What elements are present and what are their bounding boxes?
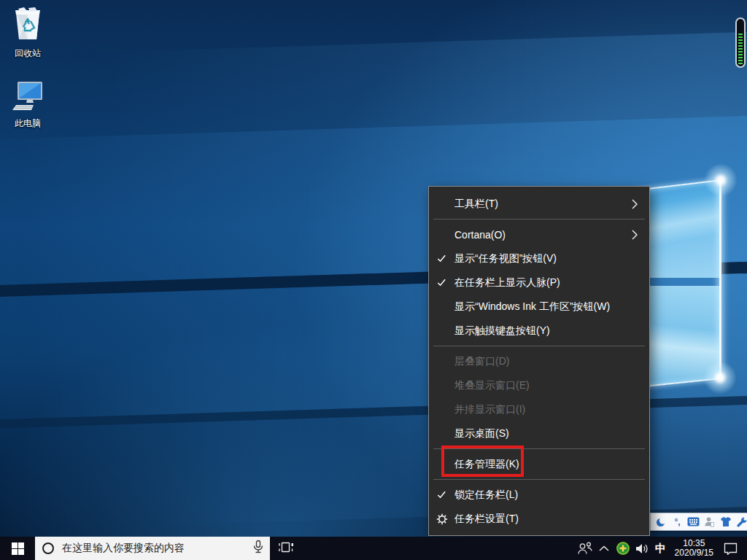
system-tray: 中 10:35 2020/9/15 — [576, 537, 747, 560]
menu-item-show-windows-stacked: 堆叠显示窗口(E) — [429, 373, 649, 397]
menu-item-show-touch-keyboard[interactable]: 显示触摸键盘按钮(Y) — [429, 319, 649, 343]
recycle-bin-icon — [12, 7, 43, 44]
checkmark-icon — [429, 277, 454, 288]
microphone-icon[interactable] — [252, 540, 264, 557]
checkmark-icon — [429, 253, 454, 264]
ime-toolbar[interactable]: °, — [650, 513, 747, 531]
menu-item-cascade-windows: 层叠窗口(D) — [429, 349, 649, 373]
ime-tools-icon[interactable] — [735, 516, 747, 528]
ime-account-icon[interactable] — [703, 516, 716, 528]
menu-item-show-windows-side-by-side: 并排显示窗口(I) — [429, 397, 649, 421]
taskbar: 在这里输入你要搜索的内容 — [0, 537, 747, 560]
menu-item-show-task-view-button[interactable]: 显示“任务视图”按钮(V) — [429, 246, 649, 271]
task-manager-highlight-box — [441, 446, 524, 477]
action-center-button[interactable] — [718, 537, 743, 560]
volume-indicator — [735, 18, 746, 68]
taskbar-context-menu: 工具栏(T) Cortana(O) 显示“任务视图”按钮(V) 在任务栏上 — [428, 186, 650, 536]
clock-date: 2020/9/15 — [675, 548, 713, 558]
taskbar-clock[interactable]: 10:35 2020/9/15 — [670, 539, 718, 558]
windows-logo-icon — [12, 542, 24, 555]
gear-icon — [429, 513, 454, 525]
desktop-icon-this-pc[interactable]: 此电脑 — [0, 79, 55, 130]
search-placeholder: 在这里输入你要搜索的内容 — [62, 542, 252, 555]
cortana-icon — [42, 542, 54, 554]
desktop: 回收站 此电脑 — [0, 0, 747, 560]
antivirus-tray-icon[interactable] — [614, 537, 632, 560]
submenu-arrow-icon — [632, 199, 649, 209]
menu-separator — [433, 479, 645, 480]
people-button[interactable] — [576, 537, 595, 560]
task-view-button[interactable] — [270, 537, 302, 560]
volume-button[interactable] — [632, 537, 651, 560]
ime-skin-icon[interactable] — [719, 516, 732, 528]
menu-item-show-desktop[interactable]: 显示桌面(S) — [429, 421, 649, 446]
desktop-icon-recycle-bin[interactable]: 回收站 — [0, 7, 55, 60]
show-hidden-icons-button[interactable] — [595, 537, 614, 560]
menu-item-show-people-on-taskbar[interactable]: 在任务栏上显示人脉(P) — [429, 271, 649, 295]
ime-punctuation-icon[interactable]: °, — [671, 516, 684, 528]
taskbar-empty-area — [302, 537, 576, 560]
menu-item-lock-taskbar[interactable]: 锁定任务栏(L) — [429, 483, 649, 507]
ime-language-indicator[interactable]: 中 — [651, 542, 670, 556]
menu-item-toolbars[interactable]: 工具栏(T) — [429, 192, 649, 216]
start-button[interactable] — [0, 537, 35, 560]
ime-keyboard-icon[interactable] — [687, 516, 700, 528]
this-pc-icon — [11, 79, 44, 114]
volume-level-bar — [738, 34, 743, 64]
menu-separator — [433, 219, 645, 219]
checkmark-icon — [429, 489, 454, 500]
submenu-arrow-icon — [632, 230, 649, 240]
menu-item-cortana[interactable]: Cortana(O) — [429, 222, 649, 246]
ime-chinese-mode-icon[interactable] — [655, 516, 667, 528]
task-view-icon — [279, 541, 293, 556]
menu-item-show-windows-ink-workspace[interactable]: 显示“Windows Ink 工作区”按钮(W) — [429, 295, 649, 319]
menu-item-taskbar-settings[interactable]: 任务栏设置(T) — [429, 507, 649, 531]
menu-separator — [433, 346, 645, 346]
taskbar-search-box[interactable]: 在这里输入你要搜索的内容 — [35, 537, 270, 560]
desktop-icon-label: 回收站 — [15, 47, 41, 60]
desktop-icon-label: 此电脑 — [15, 117, 41, 130]
